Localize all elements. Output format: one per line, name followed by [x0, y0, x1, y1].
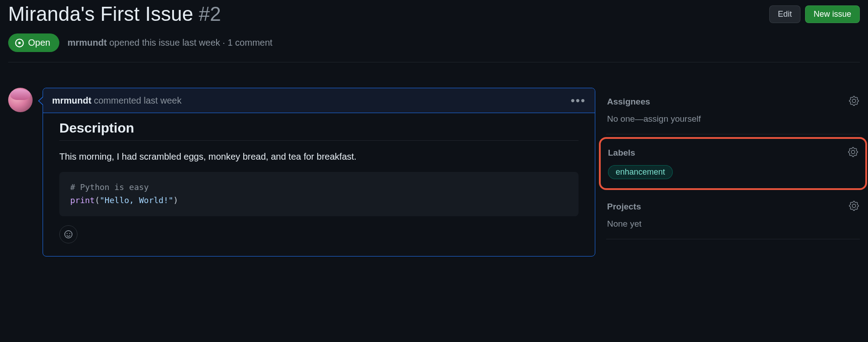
comment-action-text: commented last week: [94, 95, 181, 105]
comment-heading: Description: [59, 120, 579, 141]
state-badge: Open: [8, 33, 59, 52]
projects-none-text: None yet: [607, 219, 641, 228]
code-block: # Python is easy print("Hello, World!"): [59, 172, 579, 216]
issue-open-icon: [14, 38, 24, 48]
code-open-paren: (: [95, 195, 100, 205]
issue-title-wrap: Miranda's First Issue #2: [8, 3, 221, 25]
edit-button[interactable]: Edit: [769, 5, 800, 23]
comment-menu-icon[interactable]: •••: [571, 95, 586, 106]
svg-point-2: [65, 230, 72, 238]
svg-point-4: [69, 233, 70, 234]
projects-section: Projects None yet: [606, 193, 860, 239]
state-label: Open: [28, 38, 50, 48]
assign-yourself-link[interactable]: assign yourself: [643, 114, 701, 124]
issue-meta-text: mrmundt opened this issue last week · 1 …: [68, 38, 272, 48]
svg-point-3: [67, 233, 68, 234]
labels-section: Labels enhancement: [608, 144, 858, 179]
projects-gear-icon[interactable]: [849, 201, 859, 213]
labels-gear-icon[interactable]: [848, 147, 858, 159]
comment-box: mrmundt commented last week ••• Descript…: [43, 88, 595, 256]
issue-number: #2: [199, 3, 221, 25]
labels-title: Labels: [608, 148, 635, 158]
label-chip-enhancement[interactable]: enhancement: [608, 165, 673, 179]
issue-author[interactable]: mrmundt: [68, 38, 107, 48]
assignees-title: Assignees: [607, 97, 650, 107]
code-comment: # Python is easy: [70, 182, 149, 192]
assignees-section: Assignees No one—assign yourself: [606, 88, 860, 134]
labels-highlight: Labels enhancement: [599, 137, 867, 190]
svg-point-1: [18, 42, 21, 44]
issue-title: Miranda's First Issue: [8, 3, 193, 25]
assignees-none-text: No one—: [607, 114, 643, 124]
new-issue-button[interactable]: New issue: [805, 5, 860, 23]
code-close-paren: ): [174, 195, 178, 205]
code-func: print: [70, 195, 95, 205]
comment-author[interactable]: mrmundt: [52, 95, 92, 105]
add-reaction-button[interactable]: [59, 225, 77, 243]
smiley-icon: [64, 230, 73, 239]
comment-paragraph: This morning, I had scrambled eggs, monk…: [59, 152, 579, 162]
avatar[interactable]: [8, 88, 33, 112]
projects-title: Projects: [607, 202, 641, 212]
assignees-gear-icon[interactable]: [849, 96, 859, 108]
issue-opened-text: opened this issue last week · 1 comment: [109, 38, 272, 48]
code-string: "Hello, World!": [100, 195, 174, 205]
